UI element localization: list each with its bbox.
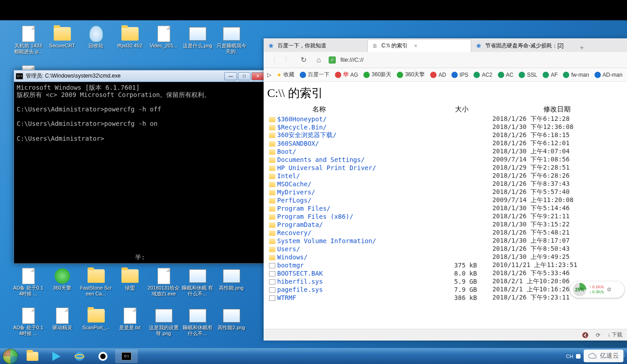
bookmarks-bar: ▷ ★收藏百度一下华AG360新天360天擎ADIPSAC2ACSSLAFfw-… (264, 68, 627, 82)
desktop-icon[interactable]: 高性能.png (214, 267, 248, 303)
desktop-icon[interactable]: 这是我的设置呀.png (147, 307, 181, 343)
browser-tab[interactable]: 🗎C:\\ 的索引× (367, 39, 471, 52)
directory-link[interactable]: $Recycle.Bin/ (277, 124, 327, 131)
tray-ime-icon[interactable] (576, 354, 581, 359)
directory-link[interactable]: $360Honeypot/ (277, 115, 327, 123)
directory-link[interactable]: Users/ (277, 245, 300, 253)
taskbar-ie[interactable] (68, 350, 91, 363)
directory-link[interactable]: MyDrivers/ (277, 189, 315, 196)
tray-ime[interactable]: CH (566, 354, 573, 359)
tab-close-icon[interactable]: × (414, 42, 418, 49)
desktop-icon-label: tftpd32.452 (117, 43, 142, 49)
nav-forward-button[interactable]: 〉 (283, 55, 293, 65)
speed-settings-icon[interactable]: ⚙ (607, 286, 612, 293)
cmd-titlebar[interactable]: C:\ 管理员: C:\Windows\system32\cmd.exe — □… (14, 70, 266, 82)
directory-link[interactable]: Program Files/ (277, 205, 330, 212)
directory-link[interactable]: WTRMF (277, 294, 296, 301)
status-mute-icon[interactable]: 🔇 (582, 332, 589, 338)
directory-row: BOOTSECT.BAK8.0 kB2018/1/26 下午5:33:46 (267, 269, 623, 277)
desktop-icon[interactable]: 关机前 1433 都能进去.p... (11, 25, 45, 61)
directory-row: hiberfil.sys5.9 GB2018/2/1 上午10:20:06 (267, 277, 623, 286)
cmd-window[interactable]: C:\ 管理员: C:\Windows\system32\cmd.exe — □… (14, 70, 266, 264)
desktop-icon[interactable]: tftpd32.452 (113, 25, 147, 61)
nav-back-button[interactable]: 〈 (267, 55, 278, 65)
desktop-icon[interactable]: AD备 处于0.14时候 ... (11, 307, 45, 343)
cmd-maximize-button[interactable]: □ (238, 72, 251, 80)
bookmark-item[interactable]: 华AG (335, 71, 358, 78)
col-name: 名称 (267, 104, 433, 115)
desktop-icon[interactable]: 这是什么.png (181, 25, 214, 61)
bookmark-item[interactable]: AF (543, 72, 557, 78)
svg-marker-0 (52, 352, 60, 361)
new-tab-button[interactable]: + (575, 44, 589, 52)
directory-link[interactable]: Program Files (x86)/ (277, 213, 353, 220)
bookmark-item[interactable]: AD (430, 72, 446, 78)
desktop-icon[interactable]: SecureCRT (45, 25, 79, 61)
desktop-icon[interactable]: 绿盟 (113, 267, 147, 303)
directory-link[interactable]: BOOTSECT.BAK (277, 270, 323, 277)
bookmark-item[interactable]: ★收藏 (277, 71, 294, 78)
directory-link[interactable]: PerfLogs/ (277, 197, 311, 204)
taskbar-app-1[interactable] (45, 350, 67, 363)
desktop-icon[interactable]: Video_201... (147, 25, 181, 61)
desktop-icon[interactable]: ScanPort_... (79, 307, 113, 343)
directory-link[interactable]: ProgramData/ (277, 221, 323, 228)
taskbar-explorer[interactable] (21, 350, 44, 363)
bookmark-item[interactable]: fw-man (563, 72, 589, 78)
address-bar[interactable]: file:///C:// (340, 56, 623, 63)
desktop-icon[interactable]: 回收站 (79, 25, 113, 61)
desktop-icon[interactable]: 是是是.txt (113, 307, 147, 343)
directory-link[interactable]: Documents and Settings/ (277, 156, 365, 163)
bookmark-play-icon[interactable]: ▷ (267, 72, 271, 78)
directory-link[interactable]: MSOCache/ (277, 180, 311, 188)
bookmark-item[interactable]: IPS (451, 72, 468, 78)
directory-link[interactable]: pagefile.sys (277, 286, 323, 293)
speed-monitor[interactable]: 25% ↑ 0.1K/s ↓ 0.3K/s ⚙ (570, 281, 624, 298)
bookmark-item[interactable]: 360天擎 (397, 71, 425, 78)
directory-row: Users/2018/1/26 下午8:50:43 (267, 245, 623, 253)
directory-link[interactable]: Boot/ (277, 148, 296, 155)
nav-reload-button[interactable]: ↻ (298, 55, 309, 65)
taskbar-cmd[interactable]: C:\ (115, 350, 138, 363)
bookmark-item[interactable]: 百度一下 (300, 71, 330, 78)
browser-tabstrip[interactable]: ❀百度一下，你就知道🗎C:\\ 的索引×❀节省固态硬盘寿命-减少损耗：[2]+ (264, 38, 627, 52)
desktop[interactable]: 关机前 1433 都能进去.p...SecureCRT回收站tftpd32.45… (0, 0, 627, 364)
directory-link[interactable]: 360安全浏览器下载/ (277, 131, 337, 138)
taskbar-app-2[interactable] (92, 350, 114, 363)
bookmark-item[interactable]: 360新天 (363, 71, 391, 78)
directory-link[interactable]: hiberfil.sys (277, 278, 323, 285)
bookmark-item[interactable]: AC (498, 72, 514, 78)
bookmark-item[interactable]: SSL (519, 72, 537, 78)
taskbar[interactable]: C:\ CH ◉ ⟳ ⚑ ▮ 📶 🔊 (0, 348, 627, 364)
directory-link[interactable]: System Volume Information/ (277, 237, 376, 244)
desktop-icon[interactable]: 睡眠和休眠有什么不... (181, 307, 214, 343)
bookmark-item[interactable]: AC2 (474, 72, 492, 78)
desktop-icon[interactable]: 驱动精灵 (45, 307, 79, 343)
browser-tab[interactable]: ❀节省固态硬盘寿命-减少损耗：[2] (471, 39, 575, 52)
cmd-close-button[interactable]: ✕ (251, 72, 264, 80)
desktop-icon[interactable]: 睡眠和休眠 有什么不... (181, 267, 214, 303)
desktop-icon-label: 回收站 (88, 43, 103, 49)
directory-link[interactable]: Intel/ (277, 172, 300, 180)
desktop-icon[interactable]: 20180131给众域放白.exe (147, 267, 181, 303)
cmd-terminal[interactable]: Microsoft Windows [版本 6.1.7601] 版权所有 <c>… (14, 82, 266, 144)
desktop-icon[interactable]: 360天擎 (45, 267, 79, 303)
directory-link[interactable]: HP Universal Print Driver/ (277, 164, 376, 171)
nav-home-button[interactable]: ⌂ (313, 55, 324, 65)
status-refresh-icon[interactable]: ⟳ (596, 332, 600, 338)
directory-link[interactable]: 360SANDBOX/ (277, 140, 319, 147)
browser-tab[interactable]: ❀百度一下，你就知道 (264, 39, 367, 52)
bookmark-item[interactable]: AD-man (594, 72, 622, 78)
directory-link[interactable]: Recovery/ (277, 229, 311, 236)
desktop-icon[interactable]: AD备 处于0.14时候 ... (11, 267, 45, 303)
directory-link[interactable]: Windows/ (277, 253, 307, 261)
directory-link[interactable]: bootmgr (277, 262, 304, 269)
status-download[interactable]: ↓ 下载 (608, 331, 622, 339)
desktop-icon[interactable]: FastStone Screen Ca... (79, 267, 113, 303)
desktop-icon[interactable]: 只是睡眠我今天的. (214, 25, 248, 61)
start-button[interactable] (0, 348, 21, 364)
cmd-icon: C:\ (16, 73, 23, 79)
cmd-minimize-button[interactable]: — (224, 72, 237, 80)
desktop-icon-label: 驱动精灵 (52, 325, 72, 331)
desktop-icon[interactable]: 高性能2.png (214, 307, 248, 343)
